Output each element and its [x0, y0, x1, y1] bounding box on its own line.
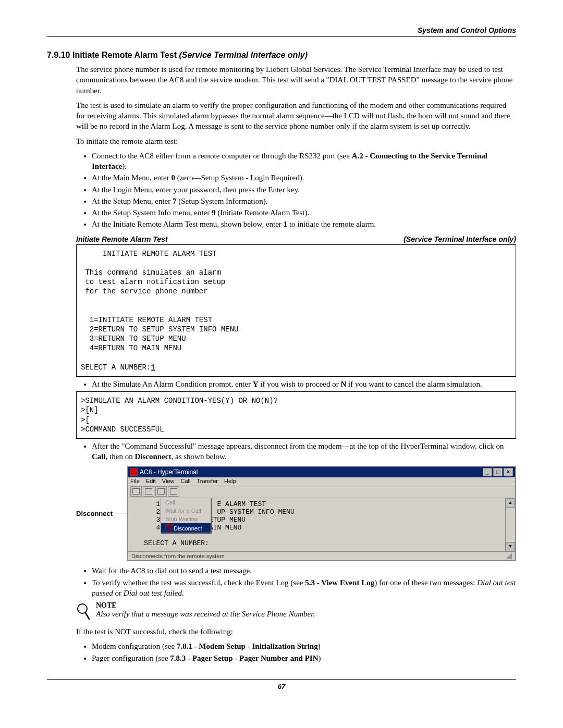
code-line: 3=RETURN TO SETUP MENU [81, 335, 186, 343]
divider [47, 36, 516, 37]
body-para: To initiate the remote alarm test: [76, 136, 516, 146]
divider [47, 679, 516, 680]
text: Connect to the AC8 either from a remote … [92, 152, 352, 160]
step-list: After the "Command Successful" message a… [76, 441, 516, 462]
section-subtitle: (Service Terminal Interface only) [179, 51, 308, 59]
text-italic: Dial out test failed [124, 589, 182, 597]
text: (zero—Setup System - Login Required). [175, 174, 304, 182]
code-heading-right: (Service Terminal Interface only) [403, 235, 516, 243]
text: After the "Command Successful" message a… [92, 442, 504, 450]
section-title: Initiate Remote Alarm Test [72, 51, 177, 59]
menu-view[interactable]: View [162, 478, 175, 484]
menu-bar: File Edit View Call Transfer Help [128, 477, 515, 485]
code-line: 1=INITIATE REMOTE ALARM TEST [81, 316, 212, 324]
menu-transfer[interactable]: Transfer [197, 478, 218, 484]
list-item: At the Setup System Info menu, enter 9 (… [92, 207, 516, 218]
text: To verify whether the test was successfu… [92, 578, 305, 587]
window-title: AC8 - HyperTerminal [140, 468, 198, 476]
list-item: Wait for the AC8 to dial out to send a t… [92, 565, 516, 576]
submenu-disconnect[interactable]: Disconnect [161, 523, 210, 533]
code-line: This command simulates an alarm [81, 268, 221, 277]
key-bold: 1 [284, 220, 288, 228]
callout-label: Disconnect [76, 510, 113, 517]
list-item: At the Setup Menu, enter 7 (Setup System… [92, 196, 516, 206]
menu-file[interactable]: File [130, 478, 140, 484]
toolbar-button[interactable] [130, 486, 142, 497]
body-para: The service phone number is used for rem… [76, 64, 516, 96]
toolbar-button[interactable] [155, 486, 167, 497]
text: At the Simulate An Alarm Condition promp… [92, 380, 253, 388]
app-icon [130, 468, 138, 476]
magnifier-icon [76, 602, 91, 622]
text: ) [318, 642, 321, 650]
body-para: If the test is NOT successful, check the… [76, 626, 516, 637]
submenu-label: Disconnect [174, 525, 202, 532]
text: . [182, 589, 184, 597]
step-list: Wait for the AC8 to dial out to send a t… [76, 565, 516, 598]
minimize-button[interactable]: _ [483, 468, 492, 476]
list-item: At the Simulate An Alarm Condition promp… [92, 379, 516, 389]
page-number: 67 [47, 683, 516, 690]
note-block: NOTE Also verify that a message was rece… [76, 601, 516, 622]
text: At the Setup System Info menu, enter [92, 208, 212, 217]
submenu-wait[interactable]: Wait for a Call [161, 507, 210, 515]
menu-edit[interactable]: Edit [146, 478, 156, 484]
text: if you want to cancel the alarm simulati… [346, 380, 482, 388]
list-item: Pager configuration (see 7.8.3 - Pager S… [92, 653, 516, 663]
section-heading: 7.9.10 Initiate Remote Alarm Test (Servi… [47, 51, 516, 60]
scroll-down-button[interactable]: ▼ [506, 542, 515, 551]
menu-call[interactable]: Call [180, 478, 190, 484]
toolbar-button[interactable] [143, 486, 154, 497]
list-item: To verify whether the test was successfu… [92, 577, 516, 599]
ref-bold: Disconnect [135, 452, 172, 461]
text: ) [319, 654, 321, 662]
text: , as shown below. [172, 452, 227, 461]
section-number: 7.9.10 [47, 51, 70, 59]
ref-bold: 5.3 - View Event Log [305, 578, 374, 587]
window-titlebar: AC8 - HyperTerminal _ □ × [128, 467, 515, 477]
scrollbar[interactable]: ▲ ▼ [505, 498, 515, 551]
text: ). [122, 162, 127, 170]
text: , then on [106, 452, 135, 461]
note-body: Also verify that a message was received … [96, 610, 315, 619]
code-line: 2=RETURN TO SETUP SYSTEM INFO MENU [81, 325, 238, 334]
text: ) for one of these two messages: [374, 578, 477, 587]
terminal-box: INITIATE REMOTE ALARM TEST This command … [76, 244, 516, 377]
submenu-call[interactable]: Call [161, 498, 210, 507]
key-bold: Y [253, 380, 259, 388]
screenshot-figure: Disconnect AC8 - HyperTerminal _ □ × Fil… [76, 466, 516, 561]
menu-help[interactable]: Help [224, 478, 236, 484]
text: At the Setup Menu, enter [92, 197, 173, 205]
step-list: Connect to the AC8 either from a remote … [76, 151, 516, 230]
note-heading: NOTE [96, 601, 315, 610]
status-text: Disconnects from the remote system [131, 553, 225, 559]
toolbar-button[interactable] [168, 486, 179, 497]
hyperterminal-window: AC8 - HyperTerminal _ □ × File Edit View… [127, 466, 516, 561]
scroll-up-button[interactable]: ▲ [506, 498, 515, 508]
text: to initiate the remote alarm. [287, 220, 376, 228]
list-item: After the "Command Successful" message a… [92, 441, 516, 462]
text: Modem configuration (see [92, 642, 177, 650]
text: At the Main Menu, enter [92, 174, 171, 182]
list-item: At the Main Menu, enter 0 (zero—Setup Sy… [92, 172, 516, 183]
code-line: SELECT A NUMBER: [81, 363, 151, 372]
resize-grip-icon[interactable] [506, 553, 512, 559]
code-input-value: 1 [151, 363, 155, 372]
maximize-button[interactable]: □ [493, 468, 503, 476]
close-button[interactable]: × [504, 468, 513, 476]
toolbar [128, 485, 515, 498]
step-list: At the Simulate An Alarm Condition promp… [76, 379, 516, 389]
terminal-box: >SIMULATE AN ALARM CONDITION-YES(Y) OR N… [76, 391, 516, 439]
code-line: 4=RETURN TO MAIN MENU [81, 344, 181, 352]
code-heading-left: Initiate Remote Alarm Test [76, 235, 168, 243]
list-item: At the Initiate Remote Alarm Test menu, … [92, 219, 516, 229]
ref-bold: 7.8.3 - Pager Setup - Pager Number and P… [170, 654, 318, 662]
ref-bold: Call [92, 452, 106, 461]
submenu-stop[interactable]: Stop Waiting [161, 515, 210, 523]
body-para: The test is used to simulate an alarm to… [76, 100, 516, 132]
code-line: for the service phone number [81, 287, 208, 295]
status-bar: Disconnects from the remote system [128, 551, 515, 560]
text: (Initiate Remote Alarm Test). [215, 208, 309, 217]
key-bold: N [340, 380, 346, 388]
callout-line [116, 513, 127, 513]
